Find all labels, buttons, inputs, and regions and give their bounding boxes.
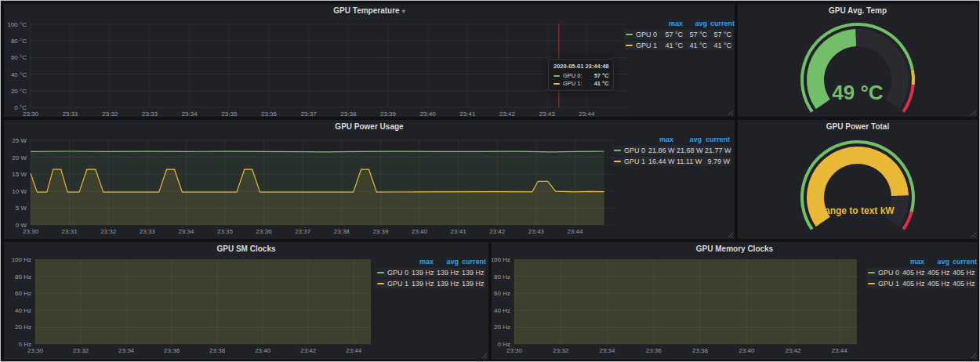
gpu-temperature-legend: maxavgcurrentGPU 057 °C57 °C57 °CGPU 141…: [624, 19, 733, 50]
legend-header-max: max: [660, 19, 684, 28]
svg-text:23:35: 23:35: [217, 228, 234, 235]
svg-text:23:36: 23:36: [261, 110, 278, 117]
svg-text:23:40: 23:40: [739, 347, 755, 354]
panel-menu-gpu-avg-temp[interactable]: GPU Avg. Temp: [738, 6, 978, 15]
tooltip-row: GPU 1:41 °C: [554, 80, 608, 87]
svg-text:23:32: 23:32: [102, 110, 118, 117]
svg-text:23:33: 23:33: [140, 228, 156, 235]
legend-series-toggle[interactable]: GPU 1: [624, 41, 660, 50]
legend-header-max: max: [647, 135, 675, 144]
panel-title-text: GPU Temperature: [333, 6, 399, 15]
svg-text:23:36: 23:36: [646, 347, 662, 354]
gpu-memory-clocks-legend: maxavgcurrentGPU 0405 Hz405 Hz405 HzGPU …: [866, 257, 976, 288]
legend-row: GPU 1405 Hz405 Hz405 Hz: [866, 279, 976, 288]
legend-row: GPU 141 °C41 °C41 °C: [624, 41, 733, 50]
legend-header-max: max: [410, 257, 435, 266]
svg-text:5 W: 5 W: [16, 205, 27, 212]
svg-text:23:43: 23:43: [539, 110, 556, 117]
legend-stat-value: 21.86 W: [647, 146, 675, 155]
legend-header-avg: avg: [684, 19, 709, 28]
svg-text:23:42: 23:42: [300, 347, 317, 354]
legend-stat-value: 9.79 W: [703, 157, 731, 166]
legend-series-toggle[interactable]: GPU 0: [624, 30, 660, 39]
svg-text:23:38: 23:38: [209, 347, 226, 354]
svg-text:23:42: 23:42: [786, 347, 802, 354]
legend-stat-value: 405 Hz: [951, 268, 976, 277]
panel-gpu-power-total: GPU Power Total range to text kW: [738, 120, 978, 239]
legend-stat-value: 57 °C: [660, 30, 684, 39]
svg-text:23:38: 23:38: [340, 110, 357, 117]
panel-gpu-power-usage: GPU Power Usage 0 W5 W10 W15 W20 W25 W23…: [4, 120, 735, 239]
legend-row: GPU 057 °C57 °C57 °C: [624, 30, 733, 39]
panel-gpu-memory-clocks: GPU Memory Clocks 0 Hz20 Hz40 Hz60 Hz80 …: [492, 242, 978, 360]
svg-text:23:43: 23:43: [528, 228, 545, 235]
svg-text:23:35: 23:35: [221, 110, 238, 117]
svg-text:23:44: 23:44: [832, 347, 848, 354]
svg-text:40 Hz: 40 Hz: [15, 307, 31, 314]
svg-text:23:33: 23:33: [142, 110, 158, 117]
legend-stat-value: 405 Hz: [901, 279, 926, 288]
legend-header-max: max: [901, 257, 926, 266]
svg-text:23:32: 23:32: [553, 347, 569, 354]
legend-stat-value: 57 °C: [709, 30, 733, 39]
legend-series-name: GPU 0: [624, 146, 645, 155]
panel-menu-gpu-memory-clocks[interactable]: GPU Memory Clocks: [492, 244, 978, 253]
legend-series-toggle[interactable]: GPU 0: [612, 146, 647, 155]
svg-text:23:34: 23:34: [599, 347, 615, 354]
svg-text:23:30: 23:30: [23, 110, 39, 117]
legend-series-toggle[interactable]: GPU 1: [376, 279, 410, 288]
legend-header-row: maxavgcurrent: [624, 19, 733, 28]
svg-text:23:41: 23:41: [459, 110, 476, 117]
legend-stat-value: 405 Hz: [951, 279, 976, 288]
legend-header-current: current: [709, 19, 733, 28]
series-color-dash-icon: [626, 45, 633, 46]
legend-header-avg: avg: [435, 257, 460, 266]
svg-text:23:44: 23:44: [567, 228, 583, 235]
svg-text:23:40: 23:40: [420, 110, 437, 117]
panel-menu-gpu-power-total[interactable]: GPU Power Total: [738, 122, 978, 131]
legend-series-toggle[interactable]: GPU 1: [866, 279, 901, 288]
svg-text:23:31: 23:31: [63, 110, 79, 117]
series-color-dash-icon: [377, 283, 384, 284]
series-color-dash-icon: [554, 75, 560, 77]
legend-row: GPU 021.86 W21.68 W21.77 W: [612, 146, 731, 155]
legend-series-toggle[interactable]: GPU 0: [376, 268, 410, 277]
svg-text:25 W: 25 W: [12, 137, 27, 144]
tooltip-series-value: 41 °C: [586, 80, 609, 87]
legend-stat-value: 139 Hz: [435, 279, 460, 288]
svg-text:23:34: 23:34: [178, 228, 194, 235]
legend-header-row: maxavgcurrent: [866, 257, 976, 266]
svg-text:23:34: 23:34: [182, 110, 198, 117]
svg-text:100 Hz: 100 Hz: [12, 256, 31, 263]
panel-menu-gpu-sm-clocks[interactable]: GPU SM Clocks: [4, 244, 488, 253]
legend-header-current: current: [703, 135, 731, 144]
svg-text:23:42: 23:42: [499, 110, 516, 117]
legend-header-avg: avg: [675, 135, 703, 144]
svg-text:23:41: 23:41: [451, 228, 467, 235]
panel-menu-gpu-power-usage[interactable]: GPU Power Usage: [4, 122, 735, 131]
svg-text:23:31: 23:31: [62, 228, 78, 235]
legend-series-toggle[interactable]: GPU 1: [612, 157, 647, 166]
legend-stat-value: 405 Hz: [926, 279, 951, 288]
panel-gpu-sm-clocks: GPU SM Clocks 0 Hz20 Hz40 Hz60 Hz80 Hz10…: [4, 242, 488, 360]
svg-text:20 °C: 20 °C: [11, 88, 27, 95]
gpu-power-total-gauge: [738, 120, 978, 239]
series-color-dash-icon: [868, 272, 875, 273]
panel-menu-gpu-temperature[interactable]: GPU Temperature▾: [4, 6, 735, 15]
svg-text:100 Hz: 100 Hz: [492, 256, 510, 263]
svg-text:23:44: 23:44: [579, 110, 595, 117]
panel-title-text: GPU SM Clocks: [216, 244, 275, 253]
svg-text:23:34: 23:34: [118, 347, 135, 354]
legend-header-current: current: [460, 257, 485, 266]
svg-text:23:39: 23:39: [372, 228, 389, 235]
panel-title-text: GPU Memory Clocks: [696, 244, 773, 253]
legend-series-toggle[interactable]: GPU 0: [866, 268, 901, 277]
svg-text:80 °C: 80 °C: [11, 38, 27, 45]
legend-stat-value: 41 °C: [660, 41, 684, 50]
svg-text:15 W: 15 W: [12, 171, 27, 178]
legend-series-name: GPU 1: [387, 279, 408, 288]
tooltip-timestamp: 2020-05-01 23:44:48: [554, 63, 608, 70]
legend-series-name: GPU 0: [878, 268, 899, 277]
svg-text:10 W: 10 W: [12, 188, 27, 195]
svg-text:23:30: 23:30: [506, 347, 523, 354]
